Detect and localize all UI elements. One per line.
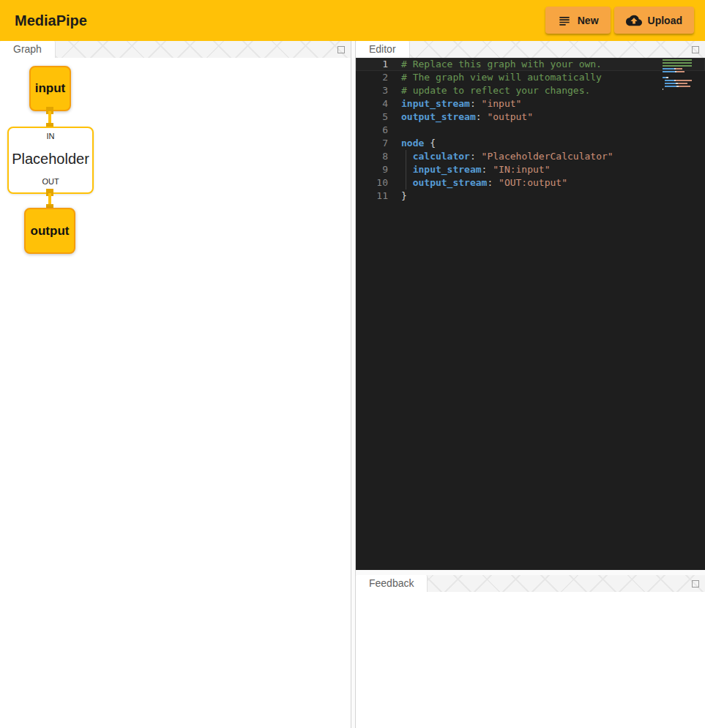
graph-panel: Graph input IN Placeholder OUT output <box>0 41 351 728</box>
graph-tabstrip: Graph <box>0 41 351 58</box>
code-text: input_stream: "input" <box>388 97 705 110</box>
header-actions: New Upload <box>545 7 694 34</box>
minimap-line <box>663 89 692 90</box>
code-line: 4input_stream: "input" <box>356 97 705 110</box>
code-line: 1# Replace this graph with your own. <box>356 58 705 71</box>
code-text: calculator: "PlaceholderCalculator" <box>388 150 705 163</box>
code-text: # The graph view will automatically <box>388 71 705 84</box>
code-line: 2# The graph view will automatically <box>356 71 705 84</box>
line-number: 10 <box>356 176 388 189</box>
minimap-line <box>663 80 692 81</box>
code-line: 8 calculator: "PlaceholderCalculator" <box>356 150 705 163</box>
tab-graph[interactable]: Graph <box>0 41 56 58</box>
indent-guide <box>406 176 406 189</box>
minimap[interactable] <box>663 59 692 91</box>
in-port-label: IN <box>47 132 55 140</box>
minimap-line <box>663 74 692 75</box>
code-line: 6 <box>356 124 705 137</box>
editor-tabstrip: Editor <box>356 41 705 58</box>
line-number: 4 <box>356 97 388 110</box>
indent-guide <box>406 163 406 176</box>
cloud-upload-icon <box>626 12 642 29</box>
code-line: 7node { <box>356 137 705 150</box>
graph-node-output[interactable]: output <box>24 208 75 254</box>
feedback-panel: Feedback <box>356 575 705 728</box>
code-line: 9 input_stream: "IN:input" <box>356 163 705 176</box>
tab-editor[interactable]: Editor <box>356 41 410 58</box>
new-button[interactable]: New <box>545 7 611 34</box>
maximize-icon[interactable] <box>692 46 699 53</box>
graph-canvas[interactable]: input IN Placeholder OUT output <box>0 58 351 728</box>
editor-panel: Editor 1# Replace this graph with your o… <box>356 41 705 570</box>
code-text: # Replace this graph with your own. <box>388 58 705 71</box>
code-text: output_stream: "output" <box>388 110 705 124</box>
minimap-line <box>663 59 692 61</box>
out-port-label: OUT <box>42 177 59 186</box>
app-header: MediaPipe New Upload <box>0 0 705 41</box>
code-editor[interactable]: 1# Replace this graph with your own.2# T… <box>356 58 705 570</box>
code-line: 3# update to reflect your changes. <box>356 84 705 97</box>
code-text: } <box>388 189 705 203</box>
line-number: 6 <box>356 124 388 137</box>
graph-node-placeholder[interactable]: IN Placeholder OUT <box>7 127 94 194</box>
minimap-line <box>663 71 692 72</box>
minimap-line <box>663 86 692 87</box>
line-number: 5 <box>356 110 388 124</box>
vertical-splitter[interactable] <box>351 41 356 728</box>
minimap-line <box>663 83 692 84</box>
code-lines: 1# Replace this graph with your own.2# T… <box>356 58 705 203</box>
code-text: node { <box>388 137 705 150</box>
line-number: 3 <box>356 84 388 97</box>
new-button-label: New <box>578 15 599 26</box>
calculator-name: Placeholder <box>12 151 89 168</box>
minimap-line <box>663 68 692 70</box>
new-graph-icon <box>557 13 572 28</box>
feedback-tabstrip: Feedback <box>356 575 705 592</box>
horizontal-splitter[interactable] <box>356 570 705 575</box>
minimap-line <box>663 62 692 64</box>
input-node-label: input <box>35 81 66 96</box>
code-line: 5output_stream: "output" <box>356 110 705 124</box>
line-number: 11 <box>356 189 388 203</box>
line-number: 1 <box>356 58 388 71</box>
indent-guide <box>406 150 406 163</box>
maximize-icon[interactable] <box>337 46 345 53</box>
code-text: # update to reflect your changes. <box>388 84 705 97</box>
tab-feedback[interactable]: Feedback <box>356 575 428 592</box>
line-number: 2 <box>356 71 388 84</box>
upload-button-label: Upload <box>648 15 682 26</box>
code-text <box>388 124 705 137</box>
minimap-line <box>663 65 692 67</box>
code-line: 10 output_stream: "OUT:output" <box>356 176 705 189</box>
feedback-content <box>356 592 705 728</box>
maximize-icon[interactable] <box>692 580 699 588</box>
code-text: input_stream: "IN:input" <box>388 163 705 176</box>
app-title: MediaPipe <box>15 0 87 41</box>
minimap-line <box>663 77 692 78</box>
code-text: output_stream: "OUT:output" <box>388 176 705 189</box>
graph-node-input[interactable]: input <box>29 66 71 111</box>
upload-button[interactable]: Upload <box>614 7 694 34</box>
code-line: 11} <box>356 189 705 203</box>
line-number: 9 <box>356 163 388 176</box>
line-number: 7 <box>356 137 388 150</box>
output-node-label: output <box>31 224 70 239</box>
line-number: 8 <box>356 150 388 163</box>
